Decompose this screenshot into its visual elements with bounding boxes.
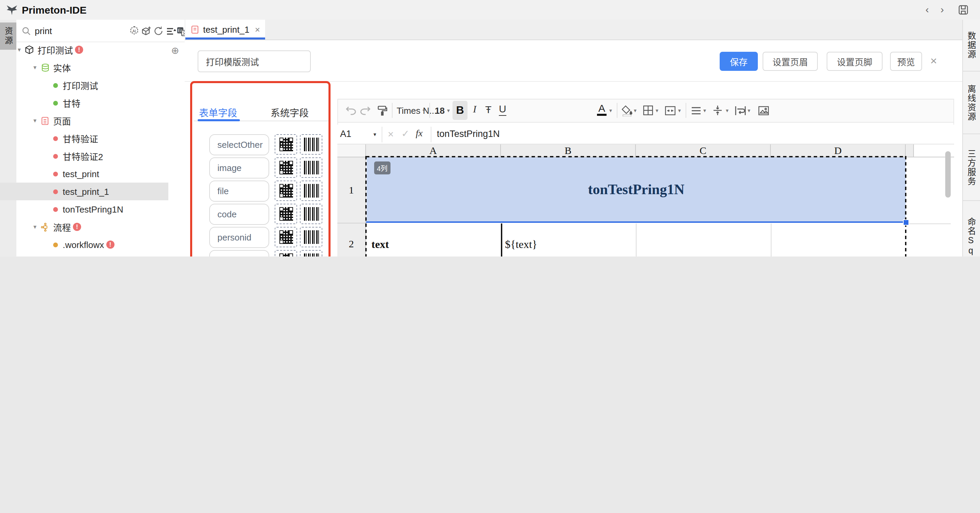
rail-tab-label: 数据源 <box>965 32 978 59</box>
save-button[interactable]: 保存 <box>720 52 758 71</box>
chevron-down-icon[interactable]: ▾ <box>423 108 425 114</box>
set-footer-button[interactable]: 设置页脚 <box>827 52 883 71</box>
row-header-2[interactable]: 2 <box>337 224 366 256</box>
chevron-down-icon[interactable]: ▾ <box>748 108 750 114</box>
chevron-down-icon[interactable]: ▾ <box>33 64 40 71</box>
horizontal-align-icon[interactable] <box>689 103 703 117</box>
cell-b2[interactable]: ${text} <box>505 224 538 256</box>
print-area-border-top <box>366 156 907 157</box>
tree-item-page-test-print[interactable]: test_print <box>0 165 168 183</box>
refresh-icon[interactable] <box>153 25 164 37</box>
nav-forward-icon[interactable]: › <box>940 4 944 14</box>
rail-tab-offline-resources[interactable]: 离线资源 <box>962 71 980 134</box>
formula-confirm-icon[interactable]: ✓ <box>401 128 409 139</box>
rail-tab-named-sql[interactable]: 命名Sql <box>962 201 980 256</box>
tree-item-page-ganttcheck2[interactable]: 甘特验证2 <box>0 147 168 165</box>
page-dot-icon <box>53 207 58 211</box>
search-input[interactable]: print <box>35 25 52 36</box>
tree-item-entity-print-test[interactable]: 打印测试 <box>0 76 168 94</box>
tree-item-label: 甘特验证 <box>63 132 98 145</box>
chevron-down-icon[interactable]: ▾ <box>678 108 681 114</box>
tree-item-page-tontestpring1n[interactable]: tonTestPring1N <box>0 200 168 218</box>
nav-back-icon[interactable]: ‹ <box>926 4 929 14</box>
app-title: Primeton-IDE <box>22 4 87 16</box>
locate-icon[interactable]: ⊕ <box>171 45 179 56</box>
rail-tab-label: 命名Sql <box>965 217 978 256</box>
app-window: Primeton-IDE ‹ › 资源 print AI En文 ▾ 打印测试 … <box>0 0 980 256</box>
font-color-button[interactable]: A <box>597 102 606 116</box>
tree-item-entity-gantt[interactable]: 甘特 <box>0 94 168 112</box>
rail-tab-datasource[interactable]: 数据源 <box>962 20 980 71</box>
set-header-button[interactable]: 设置页眉 <box>763 52 818 71</box>
rail-tab-thirdparty-services[interactable]: 三方服务 <box>962 134 980 201</box>
chevron-down-icon[interactable]: ▾ <box>18 46 24 53</box>
format-painter-icon[interactable] <box>375 103 389 117</box>
editor-close-icon[interactable]: × <box>930 54 937 68</box>
ai-assistant-icon[interactable]: AI <box>128 25 140 37</box>
sort-list-icon[interactable] <box>165 25 177 37</box>
vertical-align-icon[interactable] <box>711 103 724 117</box>
formula-cancel-icon[interactable]: × <box>388 128 394 140</box>
template-name-input[interactable]: 打印模版测试 <box>197 51 311 72</box>
tree-item-processes[interactable]: ▾ 流程 ! <box>0 218 168 236</box>
page-dot-icon <box>53 189 58 194</box>
tab-label: test_print_1 <box>203 24 250 34</box>
chevron-down-icon[interactable]: ▾ <box>655 108 658 114</box>
column-header-a[interactable]: A <box>366 145 501 157</box>
tab-close-icon[interactable]: × <box>255 24 260 34</box>
tree-item-entities[interactable]: ▾ 实体 <box>0 59 168 76</box>
chevron-down-icon[interactable]: ▾ <box>634 108 636 114</box>
merged-cell-a1[interactable]: tonTestPring1N <box>367 157 906 222</box>
column-header-c[interactable]: C <box>636 145 771 157</box>
tree-item-project[interactable]: ▾ 打印测试 ! <box>0 41 168 59</box>
font-family-select[interactable]: Times N... <box>397 103 437 117</box>
fx-icon[interactable]: fx <box>416 128 423 139</box>
tree-item-asfas[interactable]: asfas ! <box>0 253 168 256</box>
grid-corner[interactable] <box>337 145 366 157</box>
column-header-b[interactable]: B <box>501 145 636 157</box>
font-size-select[interactable]: 18 <box>435 103 445 117</box>
formula-input[interactable]: tonTestPring1N <box>437 129 500 139</box>
vertical-scrollbar[interactable] <box>945 151 951 198</box>
chevron-down-icon[interactable]: ▾ <box>33 117 40 124</box>
chevron-down-icon[interactable]: ▾ <box>33 224 40 230</box>
strikethrough-button[interactable]: Ŧ <box>485 103 492 115</box>
tree-item-workflowx[interactable]: .workflowx ! <box>0 236 168 253</box>
bold-button[interactable]: B <box>452 101 468 120</box>
fill-color-icon[interactable] <box>620 103 634 117</box>
selection-bottom-border <box>366 221 907 223</box>
chevron-down-icon[interactable]: ▾ <box>374 132 376 138</box>
table-border <box>501 224 502 256</box>
tree-item-label: 打印测试 <box>38 43 73 56</box>
print-area-border-left <box>365 156 367 256</box>
selection-fill-handle[interactable] <box>903 219 909 226</box>
tree-item-pages[interactable]: ▾ 页面 <box>0 112 168 129</box>
chevron-down-icon[interactable]: ▾ <box>447 108 450 114</box>
row-header-1[interactable]: 1 <box>337 157 366 224</box>
preview-button[interactable]: 预览 <box>890 52 922 71</box>
rail-tab-label: 三方服务 <box>965 149 978 186</box>
redo-icon[interactable] <box>358 103 372 117</box>
tree-item-page-test-print-1[interactable]: test_print_1 <box>0 183 168 200</box>
cell-reference[interactable]: A1 <box>340 129 351 139</box>
chevron-down-icon[interactable]: ▾ <box>726 108 729 114</box>
text-wrap-icon[interactable] <box>733 103 747 117</box>
font-family-value: Times N... <box>397 105 437 116</box>
save-layout-icon[interactable] <box>958 5 969 15</box>
chevron-down-icon[interactable]: ▾ <box>703 108 706 114</box>
column-header-d[interactable]: D <box>771 145 906 157</box>
font-size-value: 18 <box>435 105 445 116</box>
underline-button[interactable]: U <box>499 103 506 116</box>
italic-button[interactable]: I <box>473 103 476 115</box>
page-dot-icon <box>53 136 58 141</box>
tree-item-page-ganttcheck[interactable]: 甘特验证 <box>0 129 168 147</box>
chevron-down-icon[interactable]: ▾ <box>609 108 612 114</box>
new-module-icon[interactable] <box>140 25 152 37</box>
insert-image-icon[interactable] <box>756 103 770 117</box>
cell-a2[interactable]: text <box>371 224 389 256</box>
merge-cells-icon[interactable] <box>663 103 677 117</box>
borders-icon[interactable] <box>641 103 655 117</box>
undo-icon[interactable] <box>344 103 358 117</box>
tab-bar <box>185 20 962 40</box>
tab-test-print-1[interactable]: test_print_1 × <box>185 20 265 39</box>
